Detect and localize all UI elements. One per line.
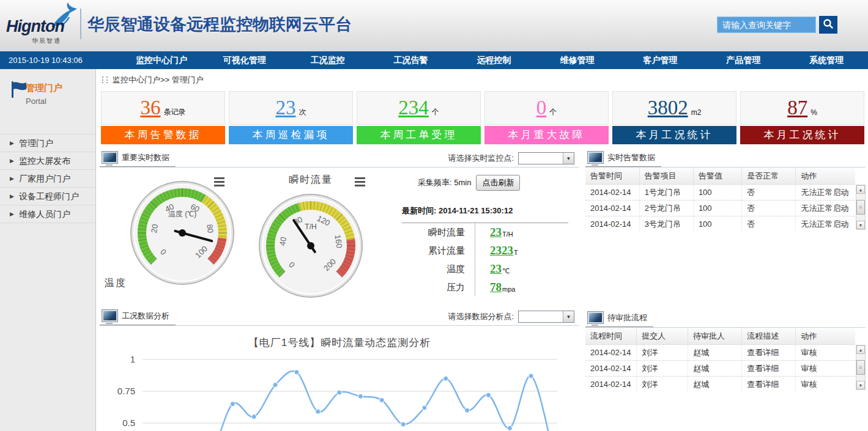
analysis-point-select[interactable]: ▼ — [518, 311, 574, 323]
realtime-section-tab: 重要实时数据 — [100, 149, 176, 167]
nav-item-0[interactable]: 监控中心门户 — [120, 55, 203, 66]
alarm-section-header: 实时告警数据 — [585, 149, 866, 168]
reading-value[interactable]: 23 — [490, 226, 502, 239]
approval-row-2[interactable]: 2014-02-14刘洋赵城查看详细审核 — [585, 377, 855, 392]
table-cell: 赵城 — [688, 345, 742, 361]
search-button[interactable] — [819, 16, 837, 34]
refresh-button[interactable]: 点击刷新 — [476, 175, 520, 191]
menu-caret-icon: ▶ — [10, 152, 14, 169]
brand-subtitle: 华辰智通 — [32, 37, 61, 45]
monitor-icon — [588, 152, 603, 163]
sidebar-item-2[interactable]: ▶厂家用户门户 — [0, 169, 95, 187]
gauge-block-flow: 瞬时流量 04080120160200T/H — [240, 168, 381, 308]
alarm-table: 告警时间告警项目告警值是否正常动作2014-02-141号龙门吊100否无法正常… — [585, 168, 866, 232]
sidebar-item-label: 监控大屏发布 — [19, 156, 70, 166]
portal-header: 管理门户 Portal — [0, 79, 95, 119]
stat-value[interactable]: 36 — [141, 97, 161, 119]
table-scrollbar[interactable]: ▲≡▼ — [856, 185, 866, 230]
scroll-up-icon[interactable]: ▲ — [856, 345, 865, 354]
approval-row-0[interactable]: 2014-02-14刘洋赵城查看详细审核 — [585, 345, 855, 361]
alarm-row-2[interactable]: 2014-02-143号龙门吊100否无法正常启动 — [585, 216, 855, 232]
table-cell: 否 — [742, 185, 796, 201]
navbar-timestamp: 2015-10-19 10:43:06 — [0, 56, 120, 65]
reading-name: 瞬时流量 — [402, 223, 475, 241]
realtime-body: 温度 020406080100温度 (℃) 瞬时流量 0408012016020… — [100, 168, 579, 308]
column-header[interactable]: 动作 — [796, 168, 855, 185]
column-header[interactable]: 告警值 — [693, 168, 741, 185]
select-caret-icon[interactable]: ▼ — [563, 311, 574, 322]
reading-row-1: 累计流量2323T — [402, 241, 568, 260]
stats-row: 36条记录本周告警数据23次本周巡检漏项234个本周工单受理0个本月重大故障38… — [101, 91, 864, 144]
gauge-menu-icon[interactable] — [355, 177, 365, 188]
table-cell: 审核 — [796, 377, 855, 392]
approval-header-row: 流程时间提交人待审批人流程描述动作 — [585, 328, 855, 345]
table-cell: 100 — [693, 201, 741, 216]
gauge-menu-icon[interactable] — [214, 177, 224, 188]
sidebar-item-0[interactable]: ▶管理门户 — [0, 134, 95, 152]
table-cell: 否 — [742, 216, 796, 232]
column-header[interactable]: 流程描述 — [742, 328, 796, 345]
realtime-point-select[interactable]: ▼ — [518, 152, 574, 164]
nav-item-1[interactable]: 可视化管理 — [203, 55, 286, 66]
column-header[interactable]: 流程时间 — [585, 328, 637, 345]
stat-value[interactable]: 87 — [787, 97, 807, 119]
scroll-thumb[interactable]: ≡ — [856, 360, 865, 375]
stat-label-bar[interactable]: 本周工单受理 — [357, 126, 481, 144]
table-cell: 2014-02-14 — [585, 377, 637, 392]
nav-item-5[interactable]: 维修管理 — [535, 55, 618, 66]
reading-name: 压力 — [402, 278, 475, 297]
table-cell: 100 — [693, 216, 741, 232]
select-caret-icon[interactable]: ▼ — [563, 153, 574, 164]
nav-item-4[interactable]: 远程控制 — [453, 55, 536, 66]
approval-row-1[interactable]: 2014-02-14刘洋赵城查看详细审核 — [585, 361, 855, 377]
analysis-section-tab: 工况数据分析 — [100, 307, 176, 325]
scroll-thumb[interactable]: ≡ — [856, 200, 865, 215]
svg-text:40: 40 — [278, 237, 288, 247]
nav-item-7[interactable]: 产品管理 — [702, 55, 785, 66]
scroll-down-icon[interactable]: ▼ — [856, 221, 865, 229]
sidebar-item-label: 厂家用户门户 — [19, 174, 70, 183]
search-input[interactable] — [717, 17, 816, 33]
stat-unit: 次 — [299, 107, 306, 117]
stat-value[interactable]: 0 — [536, 97, 547, 119]
stat-value[interactable]: 23 — [276, 97, 296, 119]
sidebar-item-4[interactable]: ▶维修人员门户 — [0, 205, 95, 223]
scroll-down-icon[interactable]: ▼ — [856, 381, 865, 389]
main-layout: 管理门户 Portal ▶管理门户▶监控大屏发布▶厂家用户门户▶设备工程师门户▶… — [0, 69, 868, 431]
reading-value-wrap: 78mpa — [475, 278, 515, 297]
reading-value[interactable]: 2323 — [490, 244, 513, 257]
sidebar-item-1[interactable]: ▶监控大屏发布 — [0, 152, 95, 169]
approval-section-title: 待审批流程 — [607, 312, 647, 323]
stat-label-bar[interactable]: 本月重大故障 — [484, 126, 609, 144]
nav-item-2[interactable]: 工况监控 — [286, 55, 369, 66]
column-header[interactable]: 提交人 — [637, 328, 688, 345]
reading-value[interactable]: 78 — [490, 281, 502, 294]
stat-label-bar[interactable]: 本周告警数据 — [101, 126, 225, 144]
table-scrollbar[interactable]: ▲≡▼ — [856, 345, 866, 390]
alarm-row-0[interactable]: 2014-02-141号龙门吊100否无法正常启动 — [585, 185, 855, 201]
scroll-up-icon[interactable]: ▲ — [856, 185, 865, 194]
column-header[interactable]: 动作 — [796, 328, 855, 345]
nav-item-3[interactable]: 工况告警 — [369, 55, 453, 66]
alarm-section-title: 实时告警数据 — [607, 152, 655, 163]
content-columns: 重要实时数据 请选择实时监控点: ▼ 温度 — [100, 149, 866, 431]
stat-value[interactable]: 234 — [398, 97, 429, 119]
sidebar-item-3[interactable]: ▶设备工程师门户 — [0, 187, 95, 205]
stat-label-bar[interactable]: 本月工况统计 — [612, 126, 736, 144]
column-header[interactable]: 告警时间 — [585, 168, 639, 185]
reading-value[interactable]: 23 — [490, 262, 502, 276]
column-header[interactable]: 待审批人 — [688, 328, 742, 345]
stat-label-bar[interactable]: 本周巡检漏项 — [229, 126, 353, 144]
column-header[interactable]: 告警项目 — [639, 168, 693, 185]
stat-label-bar[interactable]: 本月工况统计 — [740, 126, 864, 144]
sidebar-menu: ▶管理门户▶监控大屏发布▶厂家用户门户▶设备工程师门户▶维修人员门户 — [0, 134, 95, 223]
approval-section-header: 待审批流程 — [585, 309, 866, 328]
reading-value-wrap: 23T/H — [475, 223, 513, 241]
column-header[interactable]: 是否正常 — [742, 168, 796, 185]
nav-item-8[interactable]: 系统管理 — [785, 55, 868, 66]
alarm-row-1[interactable]: 2014-02-142号龙门吊100否无法正常启动 — [585, 201, 855, 216]
reading-unit: T — [514, 249, 518, 256]
stat-value[interactable]: 3802 — [648, 97, 688, 119]
nav-item-6[interactable]: 客户管理 — [618, 55, 702, 66]
brand-logo[interactable]: Hignton 华辰智通 — [5, 1, 80, 50]
